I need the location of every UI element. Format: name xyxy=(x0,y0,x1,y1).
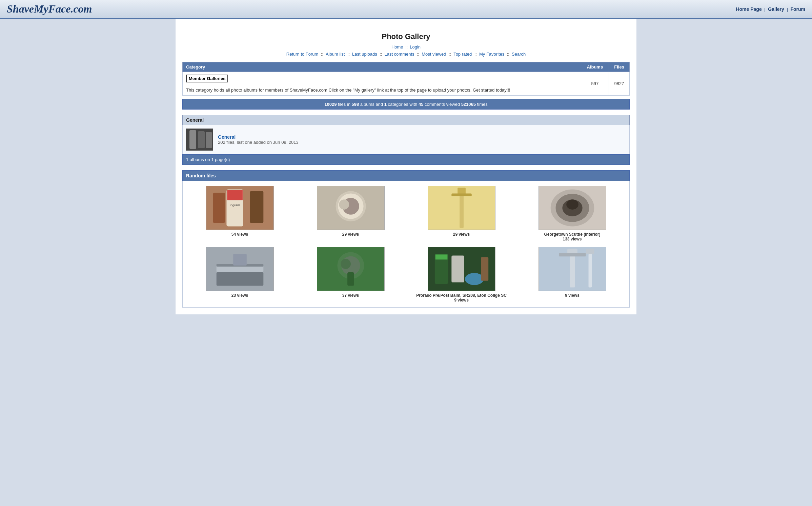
breadcrumb-login[interactable]: Login xyxy=(410,44,421,50)
random-files-grid: ingram 54 views xyxy=(186,186,626,303)
breadcrumb-sep: :: xyxy=(405,45,409,50)
thumb-svg-7 xyxy=(428,247,495,291)
svg-rect-32 xyxy=(347,272,354,286)
random-files-container: ingram 54 views xyxy=(182,181,630,308)
subnav-last-uploads[interactable]: Last uploads xyxy=(352,52,377,57)
subnav-sep1: :: xyxy=(321,52,324,57)
svg-rect-18 xyxy=(451,193,471,196)
general-section-header: General xyxy=(182,115,630,125)
stats-views-label: times xyxy=(477,102,488,107)
thumb-svg-8 xyxy=(539,247,606,291)
album-thumb-svg xyxy=(186,129,213,151)
col-albums: Albums xyxy=(581,62,609,72)
breadcrumb: Home :: Login xyxy=(182,44,630,50)
random-file-views: 23 views xyxy=(186,293,293,298)
random-file-thumb[interactable] xyxy=(428,186,495,230)
random-file-thumb[interactable] xyxy=(317,247,385,291)
nav-gallery[interactable]: Gallery xyxy=(768,6,784,12)
random-file-thumb[interactable]: ingram xyxy=(206,186,274,230)
random-file-views: 29 views xyxy=(408,232,515,237)
subnav-most-viewed[interactable]: Most viewed xyxy=(422,52,446,57)
svg-rect-3 xyxy=(206,132,212,148)
svg-text:ingram: ingram xyxy=(230,203,240,207)
svg-rect-44 xyxy=(586,249,594,254)
subnav: Return to Forum :: Album list :: Last up… xyxy=(182,52,630,57)
subnav-search[interactable]: Search xyxy=(512,52,526,57)
list-item: ingram 54 views xyxy=(186,186,293,241)
svg-rect-17 xyxy=(460,194,464,228)
random-file-name: Proraso Pre/Post Balm, SR208, Eton Collg… xyxy=(408,293,515,298)
svg-rect-16 xyxy=(458,188,466,195)
svg-rect-2 xyxy=(198,131,205,148)
svg-rect-45 xyxy=(588,254,592,287)
random-files-header: Random files xyxy=(182,170,630,181)
subnav-return-forum[interactable]: Return to Forum xyxy=(286,52,319,57)
col-files: Files xyxy=(609,62,630,72)
random-file-views: 29 views xyxy=(297,232,404,237)
list-item: 23 views xyxy=(186,247,293,303)
thumb-svg-1: ingram xyxy=(206,186,273,230)
files-count-cell: 9827 xyxy=(609,72,630,96)
random-file-thumb[interactable] xyxy=(206,247,274,291)
category-description: This category holds all photo albums for… xyxy=(186,87,510,93)
nav-forum[interactable]: Forum xyxy=(790,6,805,12)
albums-bar-text: 1 albums on 1 page(s) xyxy=(186,157,230,162)
album-name[interactable]: General xyxy=(218,134,299,140)
album-file-info: 202 files, last one added on Jun 09, 201… xyxy=(218,140,299,145)
stats-categories-label: categories with xyxy=(388,102,419,107)
svg-rect-43 xyxy=(559,253,586,256)
album-thumbnail[interactable] xyxy=(186,129,213,151)
albums-count-cell: 597 xyxy=(581,72,609,96)
random-file-name: Georgetown Scuttle (Interior) xyxy=(519,232,626,237)
list-item: 29 views xyxy=(408,186,515,241)
general-section-title: General xyxy=(186,117,204,123)
breadcrumb-home[interactable]: Home xyxy=(391,44,403,50)
svg-rect-25 xyxy=(216,266,263,272)
stats-comments-label: comments viewed xyxy=(425,102,461,107)
album-thumb-image xyxy=(186,129,213,151)
header-nav: Home Page | Gallery | Forum xyxy=(736,6,805,12)
thumb-svg-2 xyxy=(317,186,384,230)
nav-home[interactable]: Home Page xyxy=(736,6,762,12)
subnav-last-comments[interactable]: Last comments xyxy=(384,52,414,57)
stats-albums-label: albums and xyxy=(360,102,384,107)
member-galleries-link[interactable]: Member Galleries xyxy=(186,75,228,82)
list-item: Proraso Pre/Post Balm, SR208, Eton Collg… xyxy=(408,247,515,303)
site-title[interactable]: ShaveMyFace.com xyxy=(7,3,92,15)
album-info: General 202 files, last one added on Jun… xyxy=(218,134,299,145)
album-row: General 202 files, last one added on Jun… xyxy=(182,125,630,154)
subnav-sep7: :: xyxy=(507,52,510,57)
list-item: 37 views xyxy=(297,247,404,303)
svg-point-38 xyxy=(465,273,483,285)
svg-rect-28 xyxy=(216,272,263,286)
random-file-thumb[interactable] xyxy=(539,186,606,230)
random-file-thumb[interactable] xyxy=(539,247,606,291)
random-file-thumb[interactable] xyxy=(428,247,495,291)
svg-point-33 xyxy=(341,259,351,269)
random-files-title: Random files xyxy=(186,173,216,178)
subnav-my-favorites[interactable]: My Favorites xyxy=(479,52,504,57)
random-file-views: 133 views xyxy=(519,237,626,241)
category-cell: Member Galleries This category holds all… xyxy=(183,72,581,96)
header: ShaveMyFace.com Home Page | Gallery | Fo… xyxy=(0,0,812,19)
svg-rect-36 xyxy=(435,254,447,259)
page-title: Photo Gallery xyxy=(182,32,630,41)
random-file-views: 9 views xyxy=(408,298,515,303)
random-file-thumb[interactable] xyxy=(317,186,385,230)
svg-point-14 xyxy=(339,199,349,210)
list-item: 9 views xyxy=(519,247,626,303)
col-category: Category xyxy=(183,62,581,72)
subnav-top-rated[interactable]: Top rated xyxy=(453,52,472,57)
svg-rect-37 xyxy=(451,255,464,282)
subnav-sep6: :: xyxy=(474,52,478,57)
nav-sep-1: | xyxy=(764,7,767,12)
list-item: Georgetown Scuttle (Interior) 133 views xyxy=(519,186,626,241)
subnav-album-list[interactable]: Album list xyxy=(326,52,345,57)
stats-files-count: 10029 xyxy=(324,102,337,107)
random-file-views: 37 views xyxy=(297,293,404,298)
albums-bar: 1 albums on 1 page(s) xyxy=(182,154,630,165)
svg-rect-8 xyxy=(213,193,225,223)
subnav-sep2: :: xyxy=(347,52,351,57)
nav-sep-2: | xyxy=(787,7,789,12)
stats-files-label: files in xyxy=(338,102,351,107)
